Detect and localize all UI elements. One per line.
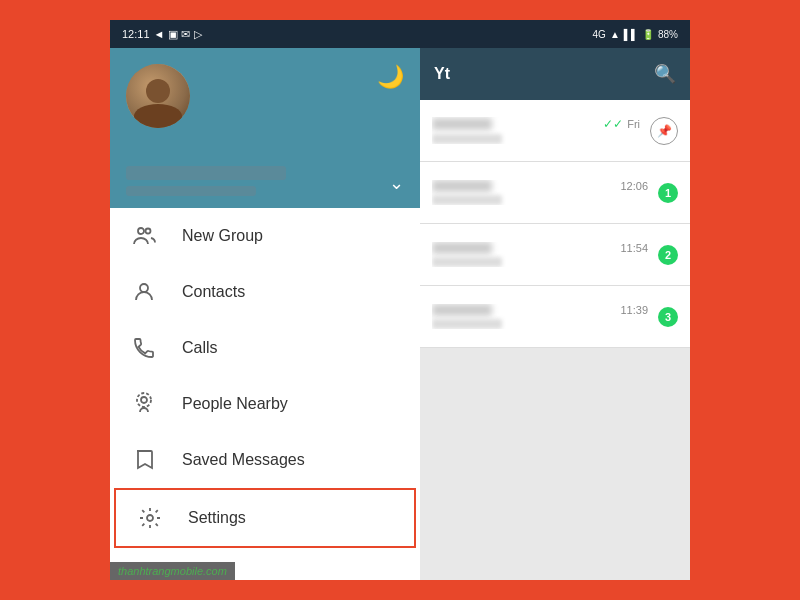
expand-profile-icon[interactable]: ⌄ bbox=[389, 172, 404, 194]
new-group-label: New Group bbox=[182, 227, 263, 245]
chat-time: 11:54 bbox=[620, 242, 648, 254]
menu-item-new-group[interactable]: New Group bbox=[110, 208, 420, 264]
signal-text: 4G bbox=[593, 29, 606, 40]
avatar bbox=[126, 64, 190, 128]
chat-name bbox=[432, 242, 492, 254]
saved-messages-label: Saved Messages bbox=[182, 451, 305, 469]
chat-item-info: 12:06 bbox=[432, 180, 648, 205]
chat-item[interactable]: ✓✓ Fri 📌 bbox=[420, 100, 690, 162]
people-nearby-label: People Nearby bbox=[182, 395, 288, 413]
svg-point-3 bbox=[141, 397, 147, 403]
chat-preview bbox=[432, 134, 502, 144]
menu-item-saved-messages[interactable]: Saved Messages bbox=[110, 432, 420, 488]
search-icon[interactable]: 🔍 bbox=[654, 63, 676, 85]
battery-icon: 🔋 bbox=[642, 29, 654, 40]
chat-header-title: Yt bbox=[434, 65, 450, 83]
chat-preview bbox=[432, 195, 502, 205]
nav-icon: ◄ bbox=[154, 28, 165, 40]
menu-item-people-nearby[interactable]: People Nearby bbox=[110, 376, 420, 432]
contacts-label: Contacts bbox=[182, 283, 245, 301]
watermark: thanhtrangmobile.com bbox=[110, 562, 235, 580]
signal-bars: ▌▌ bbox=[624, 29, 638, 40]
chat-name bbox=[432, 118, 492, 130]
menu-item-settings[interactable]: Settings bbox=[114, 488, 416, 548]
chat-item[interactable]: 12:06 1 bbox=[420, 162, 690, 224]
user-name bbox=[126, 166, 286, 180]
chat-preview bbox=[432, 257, 502, 267]
chat-time: Fri bbox=[627, 118, 640, 130]
chat-item-info: 11:39 bbox=[432, 304, 648, 329]
phone-container: 12:11 ◄ ▣ ✉ ▷ 4G ▲ ▌▌ 🔋 88% 🌙 bbox=[110, 20, 690, 580]
people-nearby-icon bbox=[130, 390, 158, 418]
svg-point-5 bbox=[147, 515, 153, 521]
chat-item-info: ✓✓ Fri bbox=[432, 117, 640, 144]
unread-badge: 2 bbox=[658, 245, 678, 265]
night-mode-icon[interactable]: 🌙 bbox=[377, 64, 404, 90]
drawer-header: 🌙 ⌄ bbox=[110, 48, 420, 208]
pinned-icon: 📌 bbox=[650, 117, 678, 145]
read-receipt-icon: ✓✓ bbox=[603, 117, 623, 131]
chat-name bbox=[432, 180, 492, 192]
chat-panel: Yt 🔍 ✓✓ Fri bbox=[420, 48, 690, 580]
status-time: 12:11 bbox=[122, 28, 150, 40]
saved-messages-icon bbox=[130, 446, 158, 474]
user-phone bbox=[126, 186, 256, 196]
menu-item-calls[interactable]: Calls bbox=[110, 320, 420, 376]
chat-name bbox=[432, 304, 492, 316]
chat-item-top: ✓✓ Fri bbox=[432, 117, 640, 131]
chat-item-info: 11:54 bbox=[432, 242, 648, 267]
new-group-icon bbox=[130, 222, 158, 250]
chat-item-top: 12:06 bbox=[432, 180, 648, 192]
avatar-face bbox=[126, 64, 190, 128]
chat-header: Yt 🔍 bbox=[420, 48, 690, 100]
settings-icon bbox=[136, 504, 164, 532]
drawer: 🌙 ⌄ bbox=[110, 48, 420, 580]
chat-item[interactable]: 11:54 2 bbox=[420, 224, 690, 286]
contacts-icon bbox=[130, 278, 158, 306]
chat-time: 11:39 bbox=[620, 304, 648, 316]
app-icons: ▣ ✉ ▷ bbox=[168, 28, 201, 41]
status-right: 4G ▲ ▌▌ 🔋 88% bbox=[593, 29, 678, 40]
svg-point-1 bbox=[146, 229, 151, 234]
svg-point-2 bbox=[140, 284, 148, 292]
user-info bbox=[126, 166, 404, 196]
menu-item-contacts[interactable]: Contacts bbox=[110, 264, 420, 320]
battery-percent: 88% bbox=[658, 29, 678, 40]
chat-time: 12:06 bbox=[620, 180, 648, 192]
settings-label: Settings bbox=[188, 509, 246, 527]
chat-preview bbox=[432, 319, 502, 329]
svg-point-0 bbox=[138, 228, 144, 234]
chat-item-top: 11:54 bbox=[432, 242, 648, 254]
menu-list: New Group Contacts bbox=[110, 208, 420, 580]
svg-point-4 bbox=[137, 393, 151, 407]
chat-list: ✓✓ Fri 📌 12:06 bbox=[420, 100, 690, 580]
status-bar: 12:11 ◄ ▣ ✉ ▷ 4G ▲ ▌▌ 🔋 88% bbox=[110, 20, 690, 48]
chat-item-top: 11:39 bbox=[432, 304, 648, 316]
calls-label: Calls bbox=[182, 339, 218, 357]
watermark-domain: .com bbox=[203, 565, 227, 577]
unread-badge: 1 bbox=[658, 183, 678, 203]
status-left: 12:11 ◄ ▣ ✉ ▷ bbox=[122, 28, 202, 41]
watermark-text: thanhtrangmobile bbox=[118, 565, 203, 577]
wifi-icon: ▲ bbox=[610, 29, 620, 40]
calls-icon bbox=[130, 334, 158, 362]
chat-item[interactable]: 11:39 3 bbox=[420, 286, 690, 348]
avatar-area[interactable] bbox=[126, 64, 190, 128]
main-content: 🌙 ⌄ bbox=[110, 48, 690, 580]
unread-badge: 3 bbox=[658, 307, 678, 327]
